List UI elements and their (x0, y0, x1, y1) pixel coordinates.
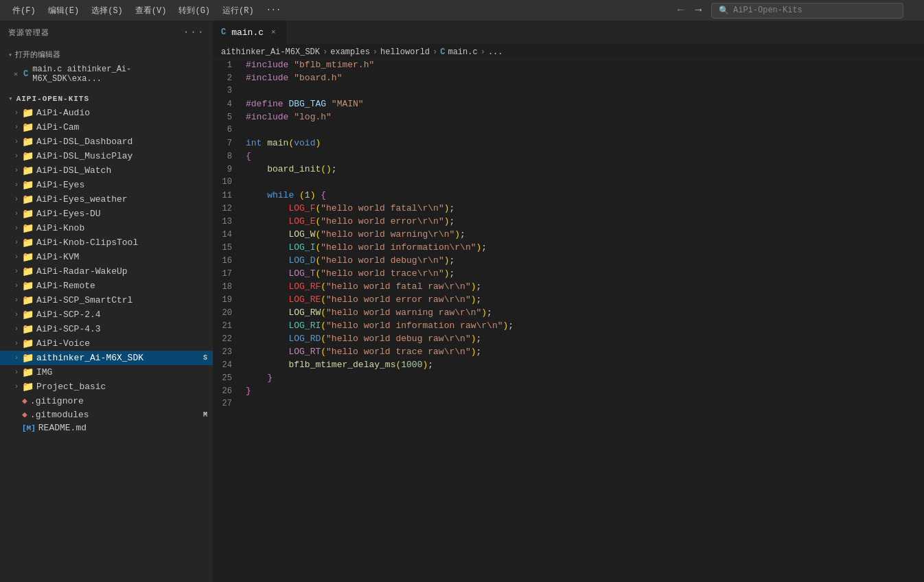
c-icon: C (221, 27, 226, 37)
menu-edit[interactable]: 编辑(E) (43, 3, 85, 19)
line-number: 11 (213, 191, 243, 200)
source-control-badge: S (203, 354, 207, 362)
line-number: 6 (213, 125, 243, 135)
sidebar-item-aipi-scp-43[interactable]: › 📁 AiPi-SCP-4.3 (0, 322, 213, 336)
item-label: AiPi-KVM (36, 252, 213, 262)
item-label: AiPi-DSL_MusicPlay (36, 151, 213, 161)
git-file-icon: ◆ (22, 409, 27, 420)
folder-icon: 📁 (22, 280, 34, 292)
code-line-27: 27 (213, 399, 924, 412)
line-number: 19 (213, 295, 243, 305)
tab-bar: C main.c × (213, 21, 924, 45)
breadcrumb: aithinker_Ai-M6X_SDK › examples › hellow… (213, 45, 924, 60)
breadcrumb-sep: › (481, 47, 485, 57)
item-label: AiPi-SCP-2.4 (36, 310, 213, 320)
item-label: AiPi-Remote (36, 281, 213, 291)
tab-close-button[interactable]: × (269, 27, 278, 37)
folder-icon: 📁 (22, 237, 34, 248)
sidebar-item-gitignore[interactable]: ◆ .gitignore (0, 394, 213, 408)
menu-select[interactable]: 选择(S) (86, 3, 128, 19)
chevron-right-icon: › (11, 210, 22, 218)
line-content: LOG_RD("hello world debug raw\r\n"); (243, 334, 924, 344)
item-label: AiPi-Knob (36, 223, 213, 233)
code-line-4: 4 #define DBG_TAG "MAIN" (213, 99, 924, 112)
folder-icon: 📁 (22, 121, 34, 133)
sidebar-item-aipi-knob-clipstool[interactable]: › 📁 AiPi-Knob-ClipsTool (0, 235, 213, 250)
chevron-right-icon: › (11, 181, 22, 189)
sidebar-item-aipi-remote[interactable]: › 📁 AiPi-Remote (0, 279, 213, 293)
line-content: LOG_RI("hello world information raw\r\n"… (243, 321, 924, 331)
line-number: 8 (213, 152, 243, 161)
code-line-13: 13 LOG_E("hello world error\r\n"); (213, 216, 924, 229)
menu-more[interactable]: ··· (261, 3, 287, 17)
explorer-tree[interactable]: ▾ AIPI-OPEN-KITS › 📁 AiPi-Audio › 📁 AiPi… (0, 89, 213, 582)
sidebar-options-button[interactable]: ··· (183, 26, 205, 38)
chevron-down-icon: ▾ (8, 94, 14, 103)
line-number: 27 (213, 399, 243, 408)
menu-goto[interactable]: 转到(G) (173, 3, 216, 19)
tree-root-title[interactable]: ▾ AIPI-OPEN-KITS (0, 91, 213, 106)
tab-main-c[interactable]: C main.c × (213, 21, 286, 44)
nav-buttons: ← → (675, 3, 704, 18)
line-content: #define DBG_TAG "MAIN" (243, 99, 924, 109)
menu-file[interactable]: 件(F) (7, 3, 41, 19)
sidebar-item-aipi-scp-24[interactable]: › 📁 AiPi-SCP-2.4 (0, 307, 213, 322)
nav-forward-button[interactable]: → (692, 3, 704, 18)
line-content: #include "bflb_mtimer.h" (243, 60, 924, 70)
line-content: board_init(); (243, 164, 924, 174)
breadcrumb-part-5[interactable]: ... (488, 47, 503, 57)
close-icon[interactable]: ✕ (14, 70, 18, 78)
sidebar: 资源管理器 ··· ▾ 打开的编辑器 ✕ C main.c aithinker_… (0, 21, 213, 582)
open-editors-toggle[interactable]: ▾ 打开的编辑器 (0, 47, 213, 62)
code-line-25: 25 } (213, 373, 924, 386)
sidebar-item-aipi-kvm[interactable]: › 📁 AiPi-KVM (0, 250, 213, 264)
folder-icon: 📁 (22, 266, 34, 277)
folder-icon: 📁 (22, 194, 34, 205)
sidebar-item-aipi-dsl-dashboard[interactable]: › 📁 AiPi-DSL_Dashboard (0, 135, 213, 149)
sidebar-item-aipi-audio[interactable]: › 📁 AiPi-Audio (0, 106, 213, 120)
item-label: README.md (38, 423, 213, 433)
menu-view[interactable]: 查看(V) (130, 3, 172, 19)
sidebar-item-aipi-eyes-weather[interactable]: › 📁 AiPi-Eyes_weather (0, 192, 213, 207)
code-line-2: 2 #include "board.h" (213, 73, 924, 86)
breadcrumb-part-1[interactable]: aithinker_Ai-M6X_SDK (221, 47, 320, 57)
nav-back-button[interactable]: ← (675, 3, 687, 18)
sidebar-item-aipi-cam[interactable]: › 📁 AiPi-Cam (0, 120, 213, 135)
open-editor-item[interactable]: ✕ C main.c aithinker_Ai-M6X_SDK\exa... (0, 62, 213, 86)
sidebar-item-img[interactable]: › 📁 IMG (0, 365, 213, 380)
menu-run[interactable]: 运行(R) (217, 3, 259, 19)
breadcrumb-part-3[interactable]: helloworld (380, 47, 430, 57)
modified-badge: M (203, 411, 207, 419)
sidebar-item-aipi-dsl-watch[interactable]: › 📁 AiPi-DSL_Watch (0, 163, 213, 178)
breadcrumb-part-4[interactable]: main.c (448, 47, 477, 57)
search-bar[interactable]: 🔍 AiPi-Open-Kits (711, 3, 903, 19)
line-number: 14 (213, 230, 243, 240)
sidebar-item-aipi-eyes-du[interactable]: › 📁 AiPi-Eyes-DU (0, 207, 213, 221)
sidebar-item-aipi-eyes[interactable]: › 📁 AiPi-Eyes (0, 178, 213, 192)
line-content: LOG_RE("hello world error raw\r\n"); (243, 294, 924, 305)
code-line-1: 1 #include "bflb_mtimer.h" (213, 60, 924, 73)
code-line-26: 26 } (213, 386, 924, 399)
code-editor[interactable]: 1 #include "bflb_mtimer.h" 2 #include "b… (213, 60, 924, 582)
open-editors-section: ▾ 打开的编辑器 ✕ C main.c aithinker_Ai-M6X_SDK… (0, 44, 213, 89)
code-line-22: 22 LOG_RD("hello world debug raw\r\n"); (213, 334, 924, 347)
folder-icon: 📁 (22, 323, 34, 335)
item-label: AiPi-Cam (36, 122, 213, 132)
sidebar-item-readme[interactable]: [M] README.md (0, 421, 213, 434)
line-number: 24 (213, 360, 243, 370)
code-line-14: 14 LOG_W("hello world warning\r\n"); (213, 229, 924, 242)
code-line-5: 5 #include "log.h" (213, 112, 924, 125)
sidebar-item-aipi-voice[interactable]: › 📁 AiPi-Voice (0, 336, 213, 351)
sidebar-item-aipi-dsl-musicplay[interactable]: › 📁 AiPi-DSL_MusicPlay (0, 149, 213, 163)
sidebar-item-aipi-scp-smartctrl[interactable]: › 📁 AiPi-SCP_SmartCtrl (0, 293, 213, 307)
sidebar-item-gitmodules[interactable]: ◆ .gitmodules M (0, 408, 213, 421)
line-number: 10 (213, 177, 243, 187)
tab-label: main.c (231, 27, 264, 38)
breadcrumb-part-2[interactable]: examples (330, 47, 370, 57)
sidebar-item-aipi-knob[interactable]: › 📁 AiPi-Knob (0, 221, 213, 235)
sidebar-item-aipi-radar-wakeup[interactable]: › 📁 AiPi-Radar-WakeUp (0, 264, 213, 279)
sidebar-item-aithinker-sdk[interactable]: › 📁 aithinker_Ai-M6X_SDK S (0, 351, 213, 365)
code-line-18: 18 LOG_RF("hello world fatal raw\r\n"); (213, 281, 924, 294)
line-content: #include "log.h" (243, 112, 924, 122)
sidebar-item-project-basic[interactable]: › 📁 Project_basic (0, 380, 213, 394)
